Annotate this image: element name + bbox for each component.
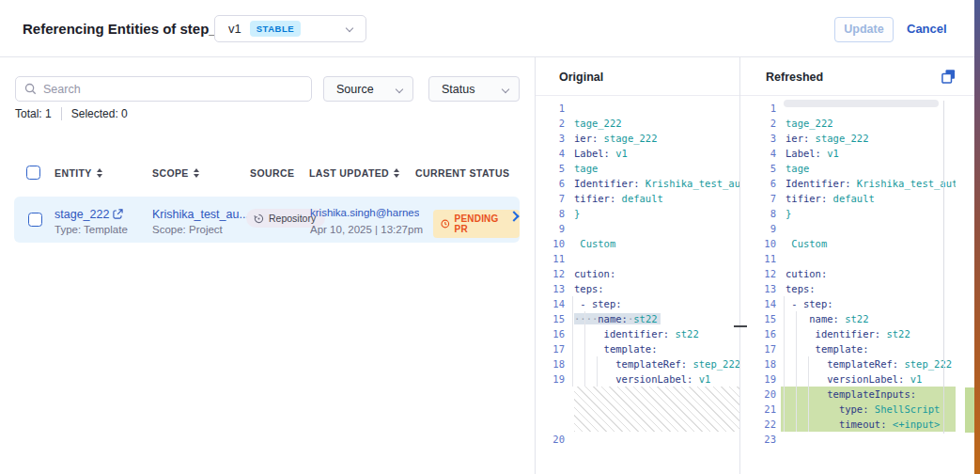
diff-spacer-hatch — [574, 387, 739, 432]
code-line: 19 versionLabel: v1 — [740, 371, 956, 387]
sort-icon[interactable] — [194, 168, 199, 178]
line-number: 8 — [740, 206, 781, 221]
row-checkbox[interactable] — [28, 213, 42, 227]
line-number: 22+ — [740, 417, 781, 432]
code-line: 7tifier: default — [536, 191, 739, 206]
column-header-entity[interactable]: ENTITY — [54, 167, 102, 179]
line-number: 12 — [536, 266, 569, 281]
search-input[interactable] — [43, 83, 311, 96]
line-number: 2 — [740, 116, 781, 131]
line-number: 20+ — [740, 387, 781, 402]
line-number: 19 — [740, 371, 781, 387]
version-label: v1 — [228, 22, 241, 36]
version-select[interactable]: v1 STABLE — [214, 15, 366, 42]
line-number: 10 — [536, 236, 569, 251]
indent-guide — [796, 387, 797, 402]
selection-counts: Total: 1 Selected: 0 — [15, 107, 128, 120]
code-line: 8} — [740, 206, 956, 221]
column-header-scope[interactable]: SCOPE — [152, 167, 199, 179]
external-link-icon[interactable] — [113, 209, 123, 219]
code-line: 18 templateRef: step_222 — [740, 356, 956, 371]
indent-guide — [584, 311, 585, 326]
entity-link[interactable]: stage_222 — [54, 208, 109, 221]
code-line: 2tage_222 — [536, 116, 739, 131]
select-all-checkbox[interactable] — [26, 166, 40, 180]
chevron-down-icon — [502, 85, 509, 92]
indent-guide — [796, 341, 797, 356]
code-line: 16 identifier: st22 — [536, 326, 739, 341]
referencing-entities-dialog: Referencing Entities of step_222 v1 STAB… — [0, 0, 980, 474]
indent-guide — [784, 387, 785, 402]
search-input-wrapper — [15, 76, 312, 102]
line-number: 12 — [740, 266, 781, 281]
table-row[interactable]: stage_222 Type: Template Krishika_test_a… — [14, 197, 520, 243]
editor-scrollbar-edge — [943, 101, 944, 434]
horizontal-scrollbar[interactable] — [784, 100, 939, 107]
line-number: 8 — [536, 206, 569, 221]
code-line: 14 - step: — [536, 296, 739, 311]
indent-guide — [597, 371, 598, 387]
status-filter-select[interactable]: Status — [428, 76, 520, 102]
chevron-down-icon — [346, 24, 353, 32]
scope-link[interactable]: Krishika_test_au... — [152, 208, 249, 221]
code-line: 15····name:·st22 — [536, 311, 739, 326]
status-badge-label: PENDING PR — [455, 213, 512, 234]
diff-viewer: Original Refreshed 12tage_2223ier: stage… — [535, 57, 974, 474]
source-filter-label: Source — [336, 83, 374, 96]
line-number: 19 — [536, 371, 569, 387]
source-chip-label: Repository — [269, 213, 316, 224]
entity-cell: stage_222 Type: Template — [54, 205, 128, 235]
diff-sash-handle[interactable] — [734, 325, 747, 327]
indent-guide — [796, 326, 797, 341]
diff-header: Original Refreshed — [536, 57, 974, 96]
code-line: 21+ type: ShellScript — [740, 402, 956, 417]
refreshed-code-pane[interactable]: 12tage_2223ier: stage_2224Label: v15tage… — [740, 101, 956, 447]
scope-sub: Scope: Project — [152, 224, 263, 235]
code-line: 2tage_222 — [740, 116, 956, 131]
code-line: 11 — [536, 251, 739, 266]
code-line: 14 - step: — [740, 296, 956, 311]
line-number: 1 — [740, 101, 781, 116]
code-line: 16 identifier: st22 — [740, 326, 956, 341]
indent-guide — [784, 417, 785, 432]
line-number: 18 — [536, 356, 569, 371]
updated-by-link[interactable]: krishika.singh@harnes... — [310, 207, 419, 218]
line-number: 3 — [536, 131, 569, 146]
line-number: 9 — [740, 221, 781, 236]
code-line: 5tage — [536, 161, 739, 176]
line-number: 20 — [536, 432, 569, 447]
sort-icon[interactable] — [394, 168, 399, 178]
source-filter-select[interactable]: Source — [323, 76, 413, 102]
column-header-last-updated[interactable]: LAST UPDATED — [309, 167, 399, 179]
code-line: 3ier: stage_222 — [740, 131, 956, 146]
status-filter-label: Status — [442, 83, 474, 96]
divider — [61, 107, 62, 120]
code-line: 20 — [536, 432, 739, 447]
line-number: 4 — [536, 146, 569, 161]
update-button[interactable]: Update — [834, 17, 894, 42]
line-number: 16 — [740, 326, 781, 341]
line-number: 6 — [740, 176, 781, 191]
line-number: 15 — [536, 311, 569, 326]
line-number: 16 — [536, 326, 569, 341]
line-number: 21+ — [740, 402, 781, 417]
line-number: 2 — [536, 116, 569, 131]
indent-guide — [784, 371, 785, 387]
code-line: 12cution: — [536, 266, 739, 281]
indent-guide — [584, 356, 585, 371]
cancel-button[interactable]: Cancel — [907, 22, 947, 36]
line-number: 11 — [740, 251, 781, 266]
sort-icon[interactable] — [97, 168, 102, 178]
window-edge-artifact — [974, 0, 980, 474]
code-line: 4Label: v1 — [740, 146, 956, 161]
selected-count: Selected: 0 — [71, 107, 128, 120]
copy-icon[interactable] — [941, 69, 957, 85]
original-code-pane[interactable]: 12tage_2223ier: stage_2224Label: v15tage… — [536, 101, 739, 447]
indent-guide — [584, 371, 585, 387]
line-number: 23 — [740, 432, 781, 447]
indent-guide — [808, 371, 809, 387]
clock-icon — [441, 219, 450, 229]
line-number: 17 — [536, 341, 569, 356]
dialog-header: Referencing Entities of step_222 v1 STAB… — [0, 0, 974, 57]
indent-guide — [796, 402, 797, 417]
